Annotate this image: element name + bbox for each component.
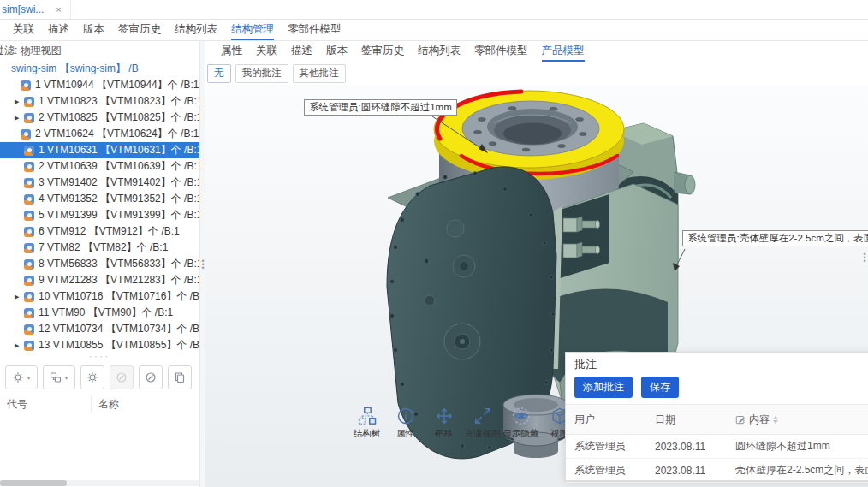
tree-item[interactable]: 11 VTM90 【VTM90】个 /B:1 [0, 305, 199, 321]
detail-tab[interactable]: 产品模型 [542, 41, 585, 62]
tree-item[interactable]: 8 VTM56833 【VTM56833】个 /B:1 [0, 256, 199, 272]
tree-root-item[interactable]: swing-sim 【swing-sim】 /B [0, 60, 199, 77]
column-date[interactable]: 日期 [646, 405, 727, 435]
expand-arrow-icon[interactable]: ▶ [15, 115, 24, 122]
scrollbar-thumb[interactable] [0, 480, 67, 486]
sort-icon[interactable] [773, 416, 778, 424]
menu-item[interactable]: 零部件模型 [288, 20, 342, 40]
fit-view-icon [473, 407, 492, 425]
annotation-callout-1[interactable]: 系统管理员:圆环缝隙不超过1mm [304, 99, 457, 116]
horizontal-scrollbar[interactable] [0, 480, 199, 486]
chevron-down-icon: ▾ [27, 374, 30, 382]
component-icon [24, 146, 34, 156]
detail-tab[interactable]: 零部件模型 [474, 41, 528, 62]
component-icon [24, 194, 34, 205]
component-icon [24, 97, 34, 107]
chevron-down-icon: ▾ [64, 374, 68, 382]
expand-arrow-icon[interactable]: ▶ [15, 98, 24, 105]
menu-item[interactable]: 结构管理 [231, 20, 274, 40]
structure-tree: 1 VTM10944 【VTM10944】个 /B:1▶1 VTM10823 【… [0, 77, 199, 353]
detail-panel: 属性关联描述版本签审历史结构列表零部件模型产品模型 无我的批注其他批注 [205, 41, 868, 487]
tree-item-label: 11 VTM90 【VTM90】个 /B:1 [39, 306, 173, 320]
tree-item[interactable]: 6 VTM912 【VTM912】个 /B:1 [0, 223, 199, 240]
detail-tab[interactable]: 描述 [291, 41, 312, 62]
add-annotation-button[interactable]: 添加批注 [574, 377, 633, 398]
remove-circle-icon [145, 371, 157, 383]
tree-item-label: 10 VTM10716 【VTM10716】个 /B:1 [39, 289, 199, 304]
expand-arrow-icon[interactable]: ▶ [15, 294, 24, 300]
component-icon [24, 292, 34, 302]
tree-item-label: 4 VTM91352 【VTM91352】个 /B:1 [39, 192, 199, 206]
3d-viewport[interactable]: 系统管理员:圆环缝隙不超过1mm 系统管理员:壳体壁厚在2-2.5cm之间，表面… [205, 85, 868, 487]
detail-tab[interactable]: 结构列表 [418, 41, 461, 62]
layout-dropdown-button[interactable]: ▾ [43, 365, 75, 389]
menu-item[interactable]: 结构列表 [175, 20, 217, 40]
tree-item-label: 3 VTM91402 【VTM91402】个 /B:1 [39, 175, 199, 190]
tree-item-label: 9 VTM21283 【VTM21283】个 /B:1 [39, 273, 199, 288]
menu-item[interactable]: 签审历史 [118, 20, 161, 40]
copy-button[interactable] [168, 365, 192, 389]
copy-icon [174, 371, 186, 383]
detail-tab[interactable]: 版本 [326, 41, 348, 62]
column-name[interactable]: 名称 [92, 397, 119, 412]
tree-item[interactable]: 12 VTM10734 【VTM10734】个 /B:1 [0, 321, 199, 337]
detail-tab[interactable]: 属性 [221, 41, 242, 62]
component-icon [24, 113, 34, 123]
pan-button[interactable]: 平移 [425, 407, 463, 440]
tree-item-label: 8 VTM56833 【VTM56833】个 /B:1 [39, 257, 199, 271]
annotation-filter-tabs: 无我的批注其他批注 [205, 62, 868, 85]
right-splitter-handle[interactable]: ••• [863, 252, 866, 263]
component-icon [24, 308, 34, 318]
tree-item[interactable]: ▶2 VTM10825 【VTM10825】个 /B:1 [0, 110, 199, 126]
tree-item-label: 5 VTM91399 【VTM91399】个 /B:1 [39, 208, 199, 223]
properties-button[interactable]: 属性 [386, 407, 425, 440]
tree-item[interactable]: 7 VTM82 【VTM82】个 /B:1 [0, 240, 199, 256]
detail-tab[interactable]: 关联 [256, 41, 277, 62]
component-icon [24, 324, 34, 335]
close-icon[interactable]: × [56, 4, 61, 15]
splitter-handle-icon[interactable]: ••• [201, 259, 205, 270]
column-content[interactable]: 内容 [727, 405, 868, 435]
annotation-filter-tab[interactable]: 其他批注 [293, 64, 346, 83]
menu-item[interactable]: 版本 [83, 20, 104, 40]
remove-circle-button[interactable] [139, 365, 163, 389]
tree-item[interactable]: 1 VTM10631 【VTM10631】个 /B:1 [0, 142, 199, 158]
fit-view-button[interactable]: 充满视图 [463, 407, 502, 440]
save-button[interactable]: 保存 [641, 377, 679, 398]
settings-button[interactable] [80, 365, 104, 389]
annotation-callout-2[interactable]: 系统管理员:壳体壁厚在2-2.5cm之间，表面光滑无磨损 [682, 230, 868, 246]
tree-item-label: 1 VTM10944 【VTM10944】个 /B:1 [35, 78, 199, 92]
tree-item[interactable]: 1 VTM10944 【VTM10944】个 /B:1 [0, 77, 199, 93]
show-hide-button[interactable]: 显示隐藏 [502, 407, 540, 440]
tree-item[interactable]: 4 VTM91352 【VTM91352】个 /B:1 [0, 191, 199, 207]
structure-tree-button[interactable]: 结构树 [348, 407, 386, 440]
annotation-filter-tab[interactable]: 无 [207, 64, 231, 83]
menu-item[interactable]: 描述 [48, 20, 69, 40]
tree-item[interactable]: ▶1 VTM10823 【VTM10823】个 /B:1 [0, 93, 199, 110]
horizontal-splitter-handle[interactable]: ···· [0, 353, 199, 362]
annotations-buttons: 添加批注 保存 [566, 376, 868, 404]
tree-item[interactable]: 9 VTM21283 【VTM21283】个 /B:1 [0, 272, 199, 288]
annotations-panel: 批注 添加批注 保存 用户 日期 内容 [565, 352, 868, 481]
annotation-filter-tab[interactable]: 我的批注 [235, 64, 288, 83]
tab-bar: sim[swi... × [0, 0, 868, 20]
document-tab[interactable]: sim[swi... × [0, 0, 71, 19]
annotations-title: 批注 [566, 353, 868, 376]
tree-item[interactable]: 2 VTM10624 【VTM10624】个 /B:1 [0, 126, 199, 142]
tree-item[interactable]: 3 VTM91402 【VTM91402】个 /B:1 [0, 175, 199, 191]
component-icon [21, 80, 31, 91]
settings-dropdown-button[interactable]: ▾ [5, 365, 38, 389]
annotation-row[interactable]: 系统管理员 2023.08.11 圆环缝隙不超过1mm [566, 435, 868, 459]
column-user[interactable]: 用户 [566, 405, 646, 435]
expand-arrow-icon[interactable]: ▶ [15, 342, 24, 349]
menu-item[interactable]: 关联 [13, 20, 34, 40]
tree-item[interactable]: 2 VTM10639 【VTM10639】个 /B:1 [0, 158, 199, 175]
component-icon [24, 341, 34, 351]
detail-tab[interactable]: 签审历史 [361, 41, 404, 62]
column-code[interactable]: 代号 [0, 395, 92, 413]
annotation-row[interactable]: 系统管理员 2023.08.11 壳体壁厚在2-2.5cm之间，表面光滑无磨损 [566, 459, 868, 483]
menu-bar: 属性关联描述版本签审历史结构列表结构管理零部件模型 [0, 20, 868, 41]
info-icon [396, 407, 415, 425]
tree-item[interactable]: 5 VTM91399 【VTM91399】个 /B:1 [0, 207, 199, 223]
tree-item[interactable]: ▶10 VTM10716 【VTM10716】个 /B:1 [0, 288, 199, 305]
